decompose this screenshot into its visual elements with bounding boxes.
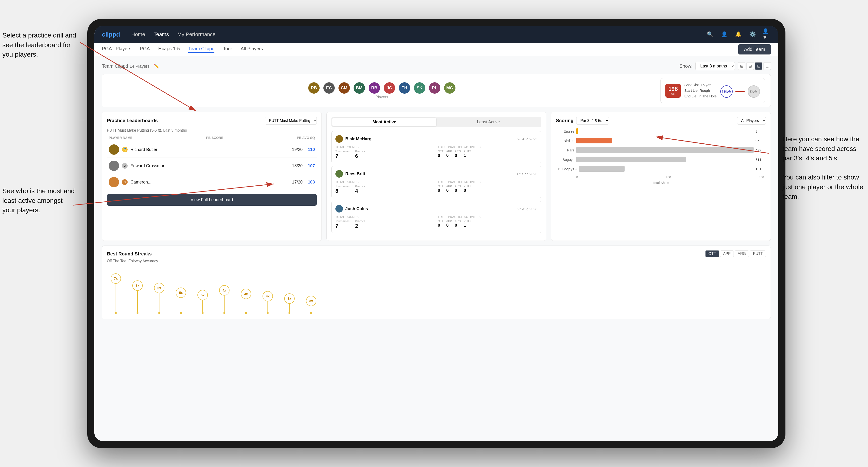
annotation-left-2: See who is the most and least active amo… <box>2 186 75 215</box>
streak-line <box>203 300 203 312</box>
subnav-pga[interactable]: PGA <box>140 46 150 53</box>
list-item: Josh Coles 26 Aug 2023 Total Rounds Tour… <box>331 201 541 233</box>
bar-row-eagles: Eagles 3 <box>558 128 764 134</box>
user-avatar-icon[interactable]: 👤▼ <box>762 30 771 39</box>
view-grid-sm[interactable]: ⊞ <box>738 62 745 70</box>
streak-badge: 7x <box>111 273 121 284</box>
player-avatar-6[interactable]: JC <box>383 82 396 94</box>
player-name: Blair McHarg <box>335 135 371 143</box>
subnav-all-players[interactable]: All Players <box>241 46 263 53</box>
subnav-team-clippd[interactable]: Team Clippd <box>188 46 214 53</box>
total-rounds-label: Total Rounds <box>335 181 435 184</box>
bar-fill <box>579 166 624 172</box>
view-grid-lg[interactable]: ⊡ <box>755 62 762 70</box>
bar-label: Bogeys <box>558 158 574 161</box>
practice-label: Practice <box>355 185 365 188</box>
players-row: RB EC CM BM RB JC TH SK PL MG Players <box>102 74 771 107</box>
bell-icon[interactable]: 🔔 <box>734 30 743 39</box>
practice-activities-section: Total Practice Activities OTT0 APP0 ARG0… <box>438 215 537 229</box>
view-icons: ⊞ ⊟ ⊡ ☰ <box>738 62 771 70</box>
practice-activities-section: Total Practice Activities OTT0 APP0 ARG0… <box>438 146 537 159</box>
shot-badge-sub: SC <box>668 92 678 96</box>
tournament-value: 7 <box>335 223 350 229</box>
bar-container <box>576 128 753 134</box>
streak-dot <box>245 312 247 314</box>
tab-least-active[interactable]: Least Active <box>436 118 540 126</box>
bar-row-dbogeys: D. Bogeys + 131 <box>558 166 764 172</box>
view-full-leaderboard-button[interactable]: View Full Leaderboard <box>107 194 317 206</box>
navbar: clippd Home Teams My Performance 🔍 👤 🔔 ⚙… <box>94 26 778 43</box>
practice-activities-section: Total Practice Activities OTT0 APP0 ARG0… <box>438 181 537 194</box>
tab-most-active[interactable]: Most Active <box>332 118 436 126</box>
filter-arg[interactable]: ARG <box>735 250 749 257</box>
streak-line <box>246 299 246 312</box>
drill-select[interactable]: PUTT Must Make Putting... <box>265 117 317 125</box>
nav-my-performance[interactable]: My Performance <box>177 31 215 37</box>
settings-icon[interactable]: ⚙️ <box>748 30 757 39</box>
player-avatar-2[interactable]: EC <box>323 82 335 94</box>
total-practice-label: Total Practice Activities <box>438 215 537 219</box>
bar-value: 311 <box>755 158 764 161</box>
streaks-chart: 7x 6x 6x <box>107 267 766 314</box>
nav-teams[interactable]: Teams <box>154 31 169 37</box>
list-item: Blair McHarg 26 Aug 2023 Total Rounds To… <box>331 131 541 163</box>
bar-container <box>576 157 753 162</box>
subnav-hcaps[interactable]: Hcaps 1-5 <box>158 46 180 53</box>
add-team-button[interactable]: Add Team <box>738 44 771 55</box>
team-header: Team Clippd 14 Players ✏️ Show: Last 3 m… <box>102 62 771 70</box>
player-filter-select[interactable]: All Players <box>737 117 766 125</box>
practice-value: 4 <box>355 188 365 194</box>
bar-axis: 0 200 400 <box>558 176 764 179</box>
player-avatar-5[interactable]: RB <box>368 82 380 94</box>
tournament-value: 7 <box>335 153 350 159</box>
filter-app[interactable]: APP <box>720 250 734 257</box>
table-row: 2 Edward Crossman 18/20 107 <box>107 158 317 174</box>
table-row: 🥇 Richard Butler 19/20 110 <box>107 142 317 158</box>
practice-leaderboards-header: Practice Leaderboards PUTT Must Make Put… <box>107 117 317 125</box>
rounds-section: Total Rounds Tournament 7 Practice 2 <box>335 215 435 229</box>
player-avatar-10[interactable]: MG <box>444 82 456 94</box>
bar-fill <box>576 157 686 162</box>
player-avatar-1[interactable]: RB <box>308 82 320 94</box>
list-item: Rees Britt 02 Sep 2023 Total Rounds Tour… <box>331 166 541 198</box>
total-practice-label: Total Practice Activities <box>438 146 537 149</box>
shot-badge-number: 198 <box>668 86 678 92</box>
player-activity-header: Josh Coles 26 Aug 2023 <box>335 205 537 213</box>
player-score: 17/20 <box>292 180 303 185</box>
filter-putt[interactable]: PUTT <box>750 250 766 257</box>
app-logo: clippd <box>102 31 120 38</box>
practice-leaderboards-card: Practice Leaderboards PUTT Must Make Put… <box>102 112 322 241</box>
streak-badge: 4x <box>262 291 273 302</box>
view-list[interactable]: ☰ <box>763 62 771 70</box>
streak-dot <box>288 312 290 314</box>
player-avatar-7[interactable]: TH <box>398 82 411 94</box>
rank-badge: 2 <box>122 163 128 168</box>
subnav-tour[interactable]: Tour <box>223 46 232 53</box>
show-select[interactable]: Last 3 months <box>695 62 735 70</box>
search-icon[interactable]: 🔍 <box>706 30 714 39</box>
bar-row-birdies: Birdies 96 <box>558 138 764 144</box>
practice-leaderboards-title: Practice Leaderboards <box>107 118 158 123</box>
player-avatar-9[interactable]: PL <box>429 82 441 94</box>
nav-home[interactable]: Home <box>131 31 145 37</box>
subnav-pgat[interactable]: PGAT Players <box>102 46 131 53</box>
streak-line <box>116 284 116 312</box>
three-col: Practice Leaderboards PUTT Must Make Put… <box>102 112 771 241</box>
avatar <box>335 135 343 143</box>
filter-ott[interactable]: OTT <box>706 250 719 257</box>
edit-icon[interactable]: ✏️ <box>154 63 159 69</box>
player-avatar-3[interactable]: CM <box>338 82 350 94</box>
view-grid-md[interactable]: ⊟ <box>746 62 754 70</box>
table-row: 3 Cameron... 17/20 103 <box>107 174 317 190</box>
navbar-icons: 🔍 👤 🔔 ⚙️ 👤▼ <box>706 30 771 39</box>
player-avatar-8[interactable]: SK <box>413 82 426 94</box>
bar-value: 3 <box>755 129 764 133</box>
tournament-label: Tournament <box>335 150 350 153</box>
leaderboard-subtitle: PUTT Must Make Putting (3-6 ft), Last 3 … <box>107 128 317 132</box>
bar-label: Eagles <box>558 129 574 133</box>
player-avatar-4[interactable]: BM <box>353 82 365 94</box>
par-filter-select[interactable]: Par 3, 4 & 5s <box>576 117 609 125</box>
person-icon[interactable]: 👤 <box>720 30 728 39</box>
shot-from-yds: 16yds <box>720 85 733 98</box>
streak-badge: 6x <box>132 280 143 291</box>
